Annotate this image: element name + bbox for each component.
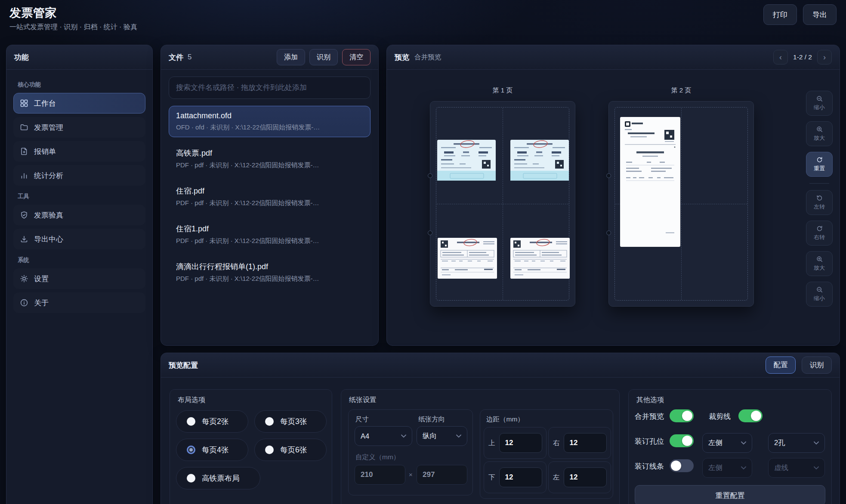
file-name: 滴滴出行行程报销单(1).pdf — [176, 261, 363, 272]
custom-width-input[interactable] — [355, 465, 405, 485]
margin-right-input[interactable] — [564, 433, 607, 453]
sidebar-item-settings[interactable]: 设置 — [13, 268, 145, 289]
sidebar-item-export-center[interactable]: 导出中心 — [13, 229, 145, 249]
zoom-in-icon — [816, 255, 823, 263]
paper-size-group: 尺寸 纸张方向 A4 纵向 自定义（mm） × — [348, 409, 473, 495]
file-list: 1attachment.ofd OFD · ofd · 未识别 · X:\12-… — [161, 101, 378, 299]
zoom-out-button[interactable]: 缩小 — [806, 282, 833, 307]
sidebar-item-label: 设置 — [34, 274, 49, 284]
binding-line-toggle[interactable] — [670, 459, 694, 472]
orientation-select[interactable]: 纵向 — [417, 426, 467, 446]
app-header: 发票管家 一站式发票管理 · 识别 · 归档 · 统计 · 验真 打印 导出 — [0, 0, 846, 38]
cut-line-label: 裁剪线 — [709, 412, 731, 421]
tool-label: 重置 — [814, 165, 825, 172]
recognize-files-button[interactable]: 识别 — [309, 49, 338, 65]
clear-files-button[interactable]: 清空 — [342, 49, 371, 65]
merge-preview-toggle[interactable] — [670, 409, 694, 422]
print-button[interactable]: 打印 — [763, 4, 797, 25]
margin-left-input[interactable] — [564, 467, 607, 487]
zoom-out-icon — [816, 286, 823, 293]
files-header: 文件 5 添加 识别 清空 — [161, 45, 378, 70]
search-wrap — [161, 70, 378, 101]
reset-icon — [816, 156, 823, 163]
zoom-in-icon — [816, 126, 823, 133]
export-button[interactable]: 导出 — [803, 4, 837, 25]
sidebar-item-label: 导出中心 — [34, 234, 63, 244]
file-item[interactable]: 高铁票.pdf PDF · pdf · 未识别 · X:\12-22信阳固始报销… — [169, 142, 371, 175]
layout-option-2-per-page[interactable]: 每页2张 — [176, 410, 248, 433]
sidebar-item-about[interactable]: 关于 — [13, 292, 145, 313]
crop-line-horizontal — [437, 204, 568, 204]
radio-icon — [265, 417, 274, 426]
margin-bottom-input[interactable] — [499, 467, 542, 487]
layout-options-box: 布局选项 每页2张 每页3张 每页4张 每页6张 高铁票布局 — [170, 389, 332, 504]
app-subtitle: 一站式发票管理 · 识别 · 归档 · 统计 · 验真 — [9, 23, 836, 32]
bar-chart-icon — [20, 171, 28, 180]
layout-option-6-per-page[interactable]: 每页6张 — [254, 439, 327, 461]
custom-height-input[interactable] — [417, 465, 467, 485]
sidebar-item-label: 报销单 — [34, 147, 56, 157]
config-tab-button[interactable]: 配置 — [766, 356, 796, 374]
size-label: 尺寸 — [355, 415, 369, 424]
rotate-right-button[interactable]: 右转 — [806, 221, 833, 246]
other-options-title: 其他选项 — [636, 396, 664, 405]
preview-pager: ‹ 1-2 / 2 › — [773, 50, 832, 65]
layout-option-3-per-page[interactable]: 每页3张 — [254, 410, 327, 433]
binding-line-side-select[interactable]: 左侧 — [702, 458, 752, 478]
paper-size-select[interactable]: A4 — [355, 426, 412, 446]
sidebar-item-label: 关于 — [34, 298, 49, 308]
binding-line-style-select[interactable]: 虚线 — [768, 458, 825, 478]
orientation-value: 纵向 — [423, 431, 437, 441]
zoom-out-icon — [816, 95, 823, 102]
binding-line-style-value: 虚线 — [774, 463, 788, 473]
reset-zoom-button[interactable]: 重置 — [806, 152, 833, 177]
zoom-in-button[interactable]: 放大 — [806, 121, 833, 146]
binding-holes-toggle[interactable] — [670, 434, 694, 447]
margins-group: 边距（mm） 上 右 下 左 — [480, 409, 613, 499]
zoom-out-button[interactable]: 缩小 — [806, 91, 833, 116]
file-meta: PDF · pdf · 未识别 · X:\12-22信阳固始报销发票-… — [176, 237, 363, 245]
tool-label: 右转 — [814, 234, 825, 241]
file-item[interactable]: 住宿1.pdf PDF · pdf · 未识别 · X:\12-22信阳固始报销… — [169, 218, 371, 251]
header-actions: 打印 导出 — [763, 4, 837, 25]
preview-header: 预览 合并预览 ‹ 1-2 / 2 › — [387, 45, 840, 70]
binding-line-side-value: 左侧 — [708, 463, 722, 473]
zoom-in-button[interactable]: 放大 — [806, 251, 833, 276]
binding-hole — [428, 173, 432, 178]
binding-holes-type-select[interactable]: 2孔 — [768, 433, 825, 453]
prev-page-button[interactable]: ‹ — [773, 50, 788, 65]
sidebar-item-reimbursement[interactable]: 报销单 — [13, 141, 145, 162]
sidebar-item-invoice-management[interactable]: 发票管理 — [13, 117, 145, 138]
file-item[interactable]: 1attachment.ofd OFD · ofd · 未识别 · X:\12-… — [169, 106, 371, 137]
sidebar-title: 功能 — [14, 52, 29, 62]
sidebar-item-workbench[interactable]: 工作台 — [13, 93, 145, 114]
layout-option-train-ticket[interactable]: 高铁票布局 — [176, 467, 260, 489]
tool-label: 左转 — [814, 203, 825, 211]
info-icon — [20, 298, 28, 307]
margin-top-label: 上 — [488, 439, 495, 448]
next-page-button[interactable]: › — [817, 50, 832, 65]
reset-config-button[interactable]: 重置配置 — [635, 485, 825, 504]
margin-left-label: 左 — [553, 473, 560, 482]
rotate-left-button[interactable]: 左转 — [806, 190, 833, 215]
chevron-down-icon — [814, 441, 819, 445]
file-item[interactable]: 住宿.pdf PDF · pdf · 未识别 · X:\12-22信阳固始报销发… — [169, 180, 371, 213]
margin-right-label: 右 — [553, 439, 560, 448]
sidebar-item-statistics[interactable]: 统计分析 — [13, 165, 145, 186]
tool-label: 缩小 — [814, 295, 825, 302]
layout-option-4-per-page[interactable]: 每页4张 — [176, 439, 248, 461]
sidebar-item-invoice-verify[interactable]: 发票验真 — [13, 205, 145, 225]
nav-section-core: 核心功能 — [18, 81, 141, 89]
add-files-button[interactable]: 添加 — [277, 49, 305, 65]
cut-line-toggle[interactable] — [738, 409, 763, 422]
file-name: 住宿1.pdf — [176, 224, 363, 234]
binding-holes-type-value: 2孔 — [774, 438, 785, 448]
margin-top-input[interactable] — [499, 433, 542, 453]
recognize-tab-button[interactable]: 识别 — [802, 356, 832, 374]
binding-holes-side-select[interactable]: 左侧 — [702, 433, 752, 453]
vat-invoice-thumbnail — [438, 238, 497, 279]
preview-toolbar: 缩小 放大 重置 左转 右转 放大 — [806, 91, 833, 307]
chevron-down-icon — [741, 441, 746, 445]
search-input[interactable] — [169, 77, 371, 99]
file-item[interactable]: 滴滴出行行程报销单(1).pdf PDF · pdf · 未识别 · X:\12… — [169, 256, 371, 289]
